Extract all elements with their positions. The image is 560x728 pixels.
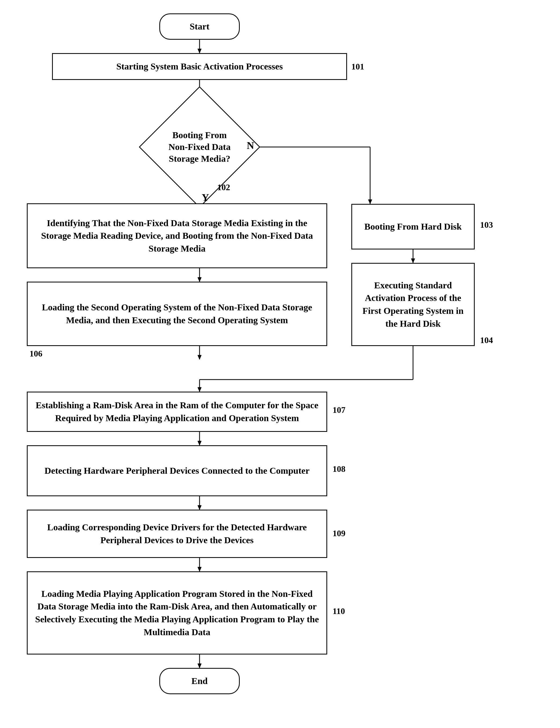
ref-107: 107 (333, 405, 345, 415)
svg-marker-1 (198, 49, 201, 53)
ref-109: 109 (333, 528, 345, 538)
node-103: Booting From Hard Disk (351, 204, 475, 249)
end-node: End (159, 668, 240, 694)
node-108: Detecting Hardware Peripheral Devices Co… (27, 445, 327, 496)
svg-marker-18 (198, 387, 201, 392)
ref-102: 102 (217, 182, 230, 192)
ref-103: 103 (480, 220, 493, 230)
node-101-label: Starting System Basic Activation Process… (111, 57, 288, 76)
svg-marker-24 (198, 567, 201, 571)
svg-marker-20 (198, 441, 201, 445)
node-105-label: Identifying That the Non-Fixed Data Stor… (28, 214, 326, 258)
node-105: Identifying That the Non-Fixed Data Stor… (27, 203, 327, 268)
end-label: End (186, 671, 213, 691)
flowchart-diagram: Start Starting System Basic Activation P… (0, 0, 560, 728)
svg-marker-10 (411, 259, 415, 263)
ref-106: 106 (30, 349, 42, 359)
node-103-label: Booting From Hard Disk (359, 217, 467, 236)
svg-marker-12 (198, 277, 201, 282)
node-109-label: Loading Corresponding Device Drivers for… (28, 518, 326, 550)
node-104-label: Executing Standard Activation Process of… (352, 276, 474, 333)
ref-101: 101 (351, 62, 364, 72)
n-label: N (247, 139, 254, 151)
node-106: Loading the Second Operating System of t… (27, 282, 327, 346)
svg-marker-22 (198, 505, 201, 510)
ref-104: 104 (480, 335, 493, 345)
node-106-label: Loading the Second Operating System of t… (28, 298, 326, 330)
node-101: Starting System Basic Activation Process… (52, 53, 347, 80)
ref-110: 110 (333, 606, 345, 616)
svg-marker-26 (198, 664, 201, 668)
start-node: Start (159, 13, 240, 40)
node-107-label: Establishing a Ram-Disk Area in the Ram … (28, 396, 326, 428)
node-102: Booting From Non-Fixed Data Storage Medi… (157, 104, 242, 190)
node-109: Loading Corresponding Device Drivers for… (27, 510, 327, 558)
node-110-label: Loading Media Playing Application Progra… (28, 584, 326, 642)
node-107: Establishing a Ram-Disk Area in the Ram … (27, 392, 327, 432)
y-label: Y (202, 192, 209, 203)
svg-marker-8 (368, 200, 372, 204)
node-108-label: Detecting Hardware Peripheral Devices Co… (39, 461, 315, 480)
node-104: Executing Standard Activation Process of… (351, 263, 475, 346)
start-label: Start (184, 17, 215, 36)
ref-108: 108 (333, 464, 345, 474)
node-110: Loading Media Playing Application Progra… (27, 571, 327, 655)
svg-marker-14 (198, 355, 201, 359)
node-102-label: Booting From Non-Fixed Data Storage Medi… (165, 129, 234, 165)
